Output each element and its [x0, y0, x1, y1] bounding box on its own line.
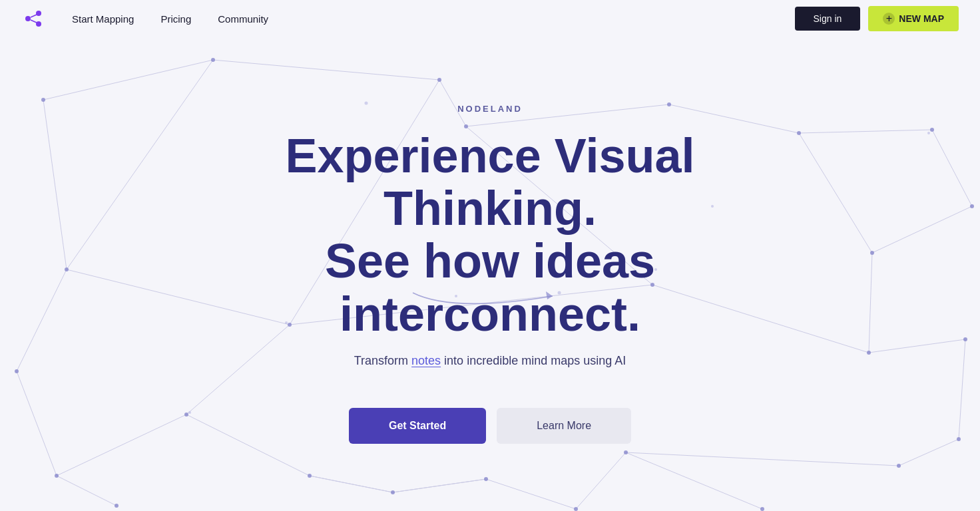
- svg-point-53: [115, 504, 119, 508]
- nav-community[interactable]: Community: [207, 8, 279, 30]
- svg-line-73: [31, 20, 37, 23]
- nav-pricing[interactable]: Pricing: [150, 8, 202, 30]
- plus-icon: +: [883, 13, 895, 25]
- hero-section: NODELAND Experience Visual Thinking. See…: [0, 37, 980, 444]
- svg-point-48: [574, 507, 578, 511]
- svg-point-46: [897, 464, 901, 468]
- svg-line-19: [57, 476, 117, 506]
- svg-point-59: [760, 507, 764, 511]
- logo[interactable]: [21, 7, 45, 31]
- svg-line-33: [310, 476, 393, 492]
- nav-links: Start Mapping Pricing Community: [61, 8, 795, 30]
- svg-line-27: [626, 452, 762, 509]
- subtitle-highlight: notes: [411, 354, 441, 367]
- svg-line-72: [31, 15, 37, 17]
- learn-more-button[interactable]: Learn More: [497, 408, 631, 444]
- svg-point-51: [308, 474, 312, 478]
- svg-point-52: [55, 474, 59, 478]
- svg-point-49: [484, 477, 488, 481]
- hero-buttons: Get Started Learn More: [349, 408, 631, 444]
- svg-point-50: [391, 490, 395, 494]
- hero-subtitle: Transform notes into incredible mind map…: [354, 354, 626, 368]
- new-map-button[interactable]: + NEW MAP: [868, 6, 959, 31]
- nav-start-mapping[interactable]: Start Mapping: [61, 8, 144, 30]
- brand-label: NODELAND: [457, 104, 523, 114]
- svg-line-12: [626, 452, 899, 466]
- navbar: Start Mapping Pricing Community Sign in …: [0, 0, 980, 37]
- get-started-button[interactable]: Get Started: [349, 408, 486, 444]
- nav-right: Sign in + NEW MAP: [795, 6, 959, 31]
- hero-title: Experience Visual Thinking. See how idea…: [190, 130, 790, 341]
- svg-point-69: [25, 16, 31, 21]
- sign-in-button[interactable]: Sign in: [795, 7, 861, 31]
- svg-line-13: [576, 452, 626, 509]
- svg-point-70: [36, 11, 41, 16]
- svg-point-47: [624, 450, 628, 454]
- svg-point-71: [36, 21, 41, 27]
- svg-line-14: [486, 479, 576, 509]
- svg-line-32: [393, 479, 486, 492]
